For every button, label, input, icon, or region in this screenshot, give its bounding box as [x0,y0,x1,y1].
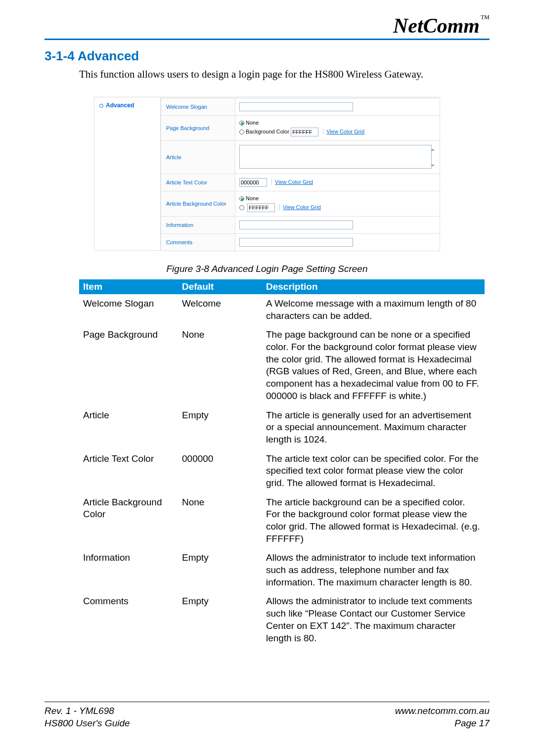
view-color-grid-link[interactable]: View Color Grid [323,129,364,134]
comments-input[interactable] [239,238,353,247]
table-cell-description: The article text color can be specified … [262,449,485,493]
radio-bg-none[interactable] [239,121,244,126]
table-row: ArticleEmptyThe article is generally use… [79,406,485,449]
table-row: Welcome SloganWelcomeA Welcome message w… [79,294,485,325]
bg-color-input[interactable] [291,128,318,136]
row-article: Article [161,140,440,174]
table-row: Article Background ColorNoneThe article … [79,493,485,549]
figure-sidebar: Advanced [94,96,161,251]
row-article-bg-color: Article Background Color None View Color… [161,191,440,217]
label-welcome-slogan: Welcome Slogan [161,98,235,115]
table-cell-description: Allows the administrator to include text… [262,592,485,648]
figure-settings-panel: Welcome Slogan Page Background None Back… [161,96,440,251]
footer-divider [44,702,490,702]
section-intro: This function allows users to design a l… [79,68,485,81]
row-information: Information [161,216,440,234]
table-header-item: Item [79,279,178,294]
label-article-text-color: Article Text Color [161,174,235,191]
table-cell-item: Article [79,406,178,449]
brand-logo-text: NetComm [393,14,480,37]
table-cell-default: Empty [178,548,262,592]
footer-rev: Rev. 1 - YML698 [44,705,130,717]
radio-bg-color[interactable] [239,130,244,134]
label-article: Article [161,141,235,174]
trademark-symbol: TM [481,14,490,21]
table-cell-description: The article background can be a specifie… [262,493,485,549]
footer-page: Page 17 [395,717,490,730]
advanced-settings-screenshot: Advanced Welcome Slogan Page Background … [94,96,440,251]
label-page-background: Page Background [161,116,235,140]
table-row: Page BackgroundNoneThe page background c… [79,325,485,405]
article-textarea[interactable] [239,145,432,169]
table-cell-item: Comments [79,592,178,648]
table-cell-description: Allows the administrator to include text… [262,548,485,592]
table-header-default: Default [178,279,262,294]
bg-none-label: None [246,120,259,126]
row-comments: Comments [161,233,440,251]
row-article-text-color: Article Text Color View Color Grid [161,174,440,191]
welcome-slogan-input[interactable] [239,102,353,111]
table-cell-item: Article Background Color [79,493,178,549]
row-welcome-slogan: Welcome Slogan [161,98,440,116]
settings-description-table: Item Default Description Welcome SloganW… [79,279,485,648]
table-cell-default: Empty [178,406,262,449]
bg-color-label: Background Color [246,129,289,134]
table-cell-description: The page background can be none or a spe… [262,325,485,405]
page-footer: Rev. 1 - YML698 HS800 User's Guide www.n… [44,705,490,729]
article-bg-none-label: None [246,195,259,201]
table-cell-description: The article is generally used for an adv… [262,406,485,449]
article-text-color-input[interactable] [239,178,267,187]
row-page-background: Page Background None Background Color Vi… [161,115,440,141]
table-cell-item: Information [79,548,178,592]
label-comments: Comments [161,234,235,251]
footer-url: www.netcomm.com.au [395,705,490,717]
scroll-up-icon[interactable] [431,146,435,152]
article-bg-color-input[interactable] [247,203,275,212]
table-row: Article Text Color000000The article text… [79,449,485,493]
view-color-grid-link-2[interactable]: View Color Grid [271,179,313,185]
label-article-bg-color: Article Background Color [161,191,235,216]
bullet-icon [99,104,103,108]
table-cell-default: None [178,325,262,405]
view-color-grid-link-3[interactable]: View Color Grid [279,204,321,210]
table-cell-item: Welcome Slogan [79,294,178,325]
table-cell-default: 000000 [178,449,262,493]
figure-caption: Figure 3-8 Advanced Login Page Setting S… [0,264,534,274]
table-cell-default: None [178,493,262,549]
footer-guide: HS800 User's Guide [44,717,130,730]
table-header-description: Description [262,279,485,294]
header-divider [44,39,490,40]
table-row: CommentsEmptyAllows the administrator to… [79,592,485,648]
label-information: Information [161,217,235,233]
information-input[interactable] [239,221,353,229]
brand-logo: NetCommTM [393,14,490,38]
table-cell-item: Article Text Color [79,449,178,493]
sidebar-item-advanced[interactable]: Advanced [106,102,134,109]
table-row: InformationEmptyAllows the administrator… [79,548,485,592]
radio-article-bg-color[interactable] [239,205,244,210]
section-title: 3-1-4 Advanced [44,48,139,64]
table-cell-description: A Welcome message with a maximum length … [262,294,485,325]
table-cell-default: Welcome [178,294,262,325]
scroll-down-icon[interactable] [431,162,435,168]
table-cell-default: Empty [178,592,262,648]
radio-article-bg-none[interactable] [239,196,244,201]
table-cell-item: Page Background [79,325,178,405]
